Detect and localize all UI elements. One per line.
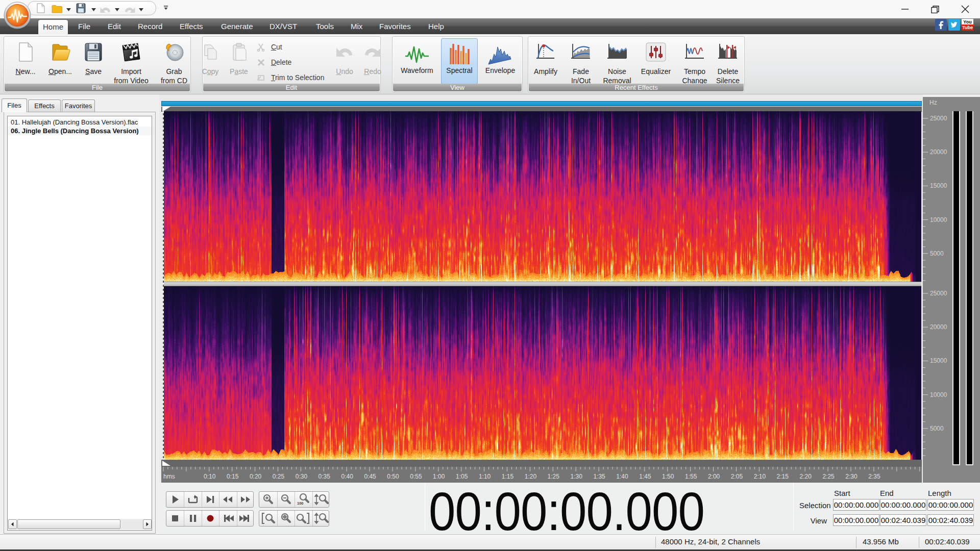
svg-text:100: 100 <box>297 501 304 506</box>
